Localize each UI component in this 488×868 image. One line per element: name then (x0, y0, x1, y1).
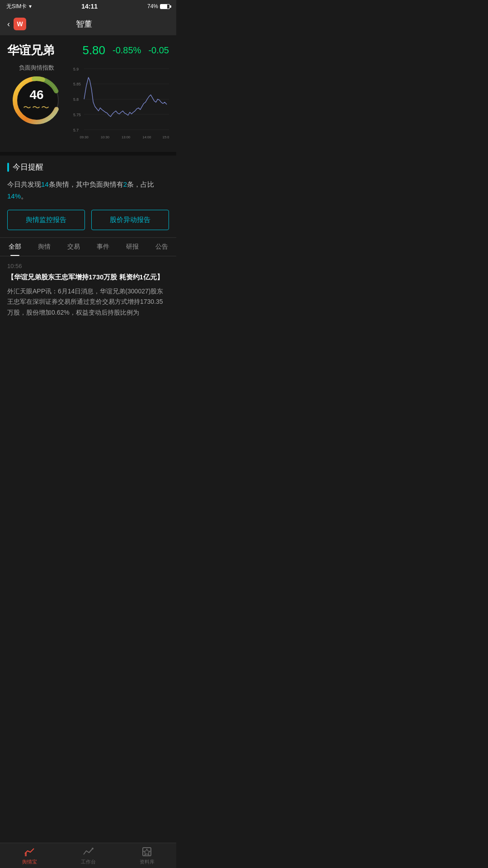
today-alert-section: 今日提醒 今日共发现14条舆情，其中负面舆情有2条，占比14%。 舆情监控报告 … (0, 156, 176, 237)
tab-trading[interactable]: 交易 (59, 238, 88, 256)
gauge-inner: 46 〜〜〜 (23, 88, 50, 113)
svg-text:5.7: 5.7 (73, 128, 79, 132)
alert-text1: 今日共发现 (7, 180, 41, 188)
alert-text3: 条，占比 (127, 180, 154, 188)
tab-announcement[interactable]: 公告 (147, 238, 176, 256)
stock-name: 华谊兄弟 (7, 42, 54, 58)
alert-highlight1: 14 (41, 180, 49, 188)
svg-text:5.75: 5.75 (73, 113, 81, 117)
nav-bar: ‹ W 智董 (0, 13, 176, 35)
nav-title: 智董 (76, 19, 92, 29)
tab-events[interactable]: 事件 (88, 238, 117, 256)
gauge-wave-icon: 〜〜〜 (23, 102, 50, 113)
gauge-container: 负面舆情指数 46 〜〜〜 (7, 64, 66, 145)
sentiment-report-button[interactable]: 舆情监控报告 (7, 210, 85, 230)
gauge-ring: 46 〜〜〜 (12, 75, 61, 125)
price-chart-svg: 5.9 5.85 5.8 5.75 5.7 09:30 10:30 13:00 … (73, 64, 169, 143)
svg-text:5.9: 5.9 (73, 67, 79, 71)
alert-text2: 条舆情，其中负面舆情有 (49, 180, 123, 188)
status-left: 无SIM卡 ▾ (6, 3, 32, 10)
news-time: 10:56 (7, 263, 169, 269)
svg-text:09:30: 09:30 (80, 135, 88, 139)
alert-buttons: 舆情监控报告 股价异动报告 (7, 210, 169, 230)
news-section: 10:56 【华谊兄弟股东王忠军增持1730万股 耗资约1亿元】 外汇天眼APP… (0, 256, 176, 325)
alert-bar-icon (7, 163, 9, 172)
carrier-label: 无SIM卡 (6, 3, 27, 10)
back-button[interactable]: ‹ W (7, 18, 26, 30)
alert-text4: 。 (21, 192, 28, 200)
tab-all[interactable]: 全部 (0, 238, 29, 256)
wifi-icon: ▾ (29, 3, 32, 9)
back-arrow-icon: ‹ (7, 19, 10, 29)
line-chart-container: 5.9 5.85 5.8 5.75 5.7 09:30 10:30 13:00 … (73, 64, 169, 145)
news-body: 外汇天眼APP讯：6月14日消息，华谊兄弟(300027)股东王忠军在深圳证券交… (7, 286, 169, 318)
battery-pct: 74% (147, 3, 158, 9)
stock-change-abs: -0.05 (148, 45, 169, 56)
news-title[interactable]: 【华谊兄弟股东王忠军增持1730万股 耗资约1亿元】 (7, 272, 169, 283)
section-divider-1 (0, 152, 176, 156)
svg-text:14:00: 14:00 (142, 135, 151, 139)
today-alert-title: 今日提醒 (7, 162, 169, 172)
stock-prices: 5.80 -0.85% -0.05 (82, 43, 169, 57)
chart-section: 负面舆情指数 46 〜〜〜 (0, 64, 176, 152)
gauge-value: 46 (29, 88, 43, 102)
w-app-icon: W (14, 18, 26, 30)
svg-text:15:00: 15:00 (163, 135, 169, 139)
time-label: 14:11 (81, 3, 98, 10)
price-anomaly-report-button[interactable]: 股价异动报告 (91, 210, 169, 230)
svg-text:5.8: 5.8 (73, 97, 79, 102)
svg-text:5.85: 5.85 (73, 82, 81, 86)
battery-icon (160, 4, 170, 9)
alert-highlight3: 14% (7, 192, 21, 200)
svg-text:13:00: 13:00 (122, 135, 130, 139)
stock-price: 5.80 (82, 43, 105, 57)
status-right: 74% (147, 3, 170, 9)
svg-text:10:30: 10:30 (101, 135, 109, 139)
stock-header: 华谊兄弟 5.80 -0.85% -0.05 (0, 35, 176, 64)
tabs-bar: 全部 舆情 交易 事件 研报 公告 (0, 237, 176, 256)
alert-text: 今日共发现14条舆情，其中负面舆情有2条，占比14%。 (7, 179, 169, 202)
status-bar: 无SIM卡 ▾ 14:11 74% (0, 0, 176, 13)
tab-sentiment[interactable]: 舆情 (29, 238, 59, 256)
stock-change-pct: -0.85% (113, 45, 141, 56)
alert-highlight2: 2 (123, 180, 127, 188)
alert-heading: 今日提醒 (13, 162, 43, 172)
tab-research[interactable]: 研报 (117, 238, 147, 256)
gauge-label: 负面舆情指数 (19, 64, 54, 72)
